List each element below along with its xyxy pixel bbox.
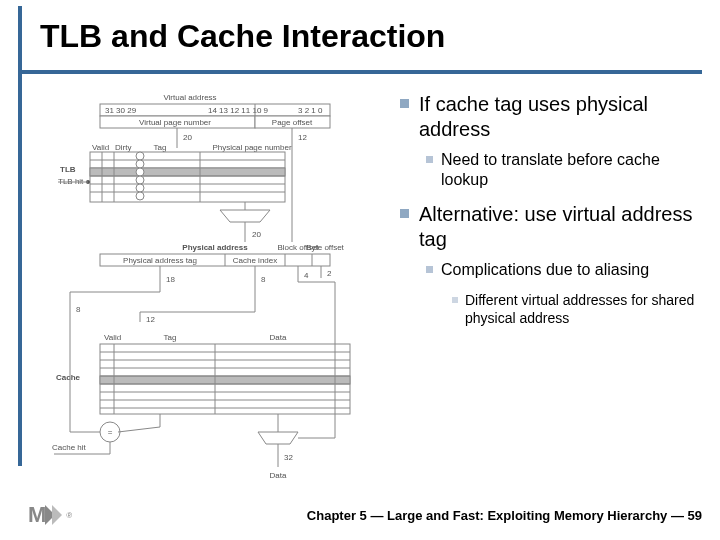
- title-underline: [18, 70, 702, 74]
- svg-point-21: [136, 192, 144, 200]
- bullet-text: Need to translate before cache lookup: [441, 150, 700, 190]
- bullet-text: Alternative: use virtual address tag: [419, 202, 700, 252]
- page-offset-label: Page offset: [272, 118, 313, 127]
- square-bullet-icon: [400, 209, 409, 218]
- slide-footer: M ® Chapter 5 — Large and Fast: Exploiti…: [0, 502, 720, 528]
- tlb-label: TLB: [60, 165, 76, 174]
- data2-label: Data: [270, 471, 287, 480]
- w12b: 12: [146, 315, 155, 324]
- bullet-text: If cache tag uses physical address: [419, 92, 700, 142]
- bits-mid: 14 13 12 11 10 9: [208, 106, 269, 115]
- svg-point-17: [136, 160, 144, 168]
- bits-lo: 3 2 1 0: [298, 106, 323, 115]
- cache-rows: [100, 352, 350, 408]
- w32: 32: [284, 453, 293, 462]
- pat-label: Physical address tag: [123, 256, 197, 265]
- w4: 4: [304, 271, 309, 280]
- valid-label: Valid: [92, 143, 109, 152]
- svg-point-19: [136, 176, 144, 184]
- footer-text: Chapter 5 — Large and Fast: Exploiting M…: [307, 508, 702, 523]
- tag2-label: Tag: [164, 333, 177, 342]
- square-bullet-icon: [426, 156, 433, 163]
- square-bullet-icon: [452, 297, 458, 303]
- slide: TLB and Cache Interaction Virtual addres…: [0, 0, 720, 540]
- w12: 12: [298, 133, 307, 142]
- bits-hi: 31 30 29: [105, 106, 137, 115]
- cache-index-label: Cache index: [233, 256, 277, 265]
- phys-addr-label: Physical address: [182, 243, 248, 252]
- registered-icon: ®: [66, 511, 72, 520]
- data-label: Data: [270, 333, 287, 342]
- bullet-level2: Complications due to aliasing: [426, 260, 700, 280]
- w18: 18: [166, 275, 175, 284]
- svg-point-20: [136, 184, 144, 192]
- bullet-content: If cache tag uses physical address Need …: [400, 92, 700, 333]
- vpn-label: Virtual page number: [139, 118, 211, 127]
- chevron-icon: [52, 505, 62, 525]
- w20: 20: [183, 133, 192, 142]
- svg-point-16: [136, 152, 144, 160]
- publisher-logo: M ®: [28, 502, 72, 528]
- svg-text:=: =: [108, 428, 113, 437]
- logo-m-icon: M: [28, 502, 45, 528]
- valid2-label: Valid: [104, 333, 121, 342]
- bullet-level1: Alternative: use virtual address tag: [400, 202, 700, 252]
- byte-offset-label: Byte offset: [306, 243, 344, 252]
- cache-hit-label: Cache hit: [52, 443, 87, 452]
- vertical-accent-rule: [18, 6, 22, 466]
- bullet-level2: Need to translate before cache lookup: [426, 150, 700, 190]
- svg-rect-38: [100, 376, 350, 384]
- w20b: 20: [252, 230, 261, 239]
- svg-line-51: [118, 427, 160, 432]
- bullet-level3: Different virtual addresses for shared p…: [452, 292, 700, 327]
- svg-rect-9: [90, 168, 285, 176]
- w2: 2: [327, 269, 332, 278]
- tlb-cache-diagram: Virtual address 31 30 29 14 13 12 11 10 …: [40, 92, 390, 492]
- cache-label: Cache: [56, 373, 81, 382]
- bullet-text: Complications due to aliasing: [441, 260, 649, 280]
- virtual-address-label: Virtual address: [163, 93, 216, 102]
- bullet-level1: If cache tag uses physical address: [400, 92, 700, 142]
- dirty-label: Dirty: [115, 143, 131, 152]
- ppn-label: Physical page number: [212, 143, 291, 152]
- square-bullet-icon: [426, 266, 433, 273]
- tag-label: Tag: [154, 143, 167, 152]
- w8b: 8: [76, 305, 81, 314]
- slide-title: TLB and Cache Interaction: [0, 0, 720, 63]
- svg-point-18: [136, 168, 144, 176]
- square-bullet-icon: [400, 99, 409, 108]
- bullet-text: Different virtual addresses for shared p…: [465, 292, 700, 327]
- w8: 8: [261, 275, 266, 284]
